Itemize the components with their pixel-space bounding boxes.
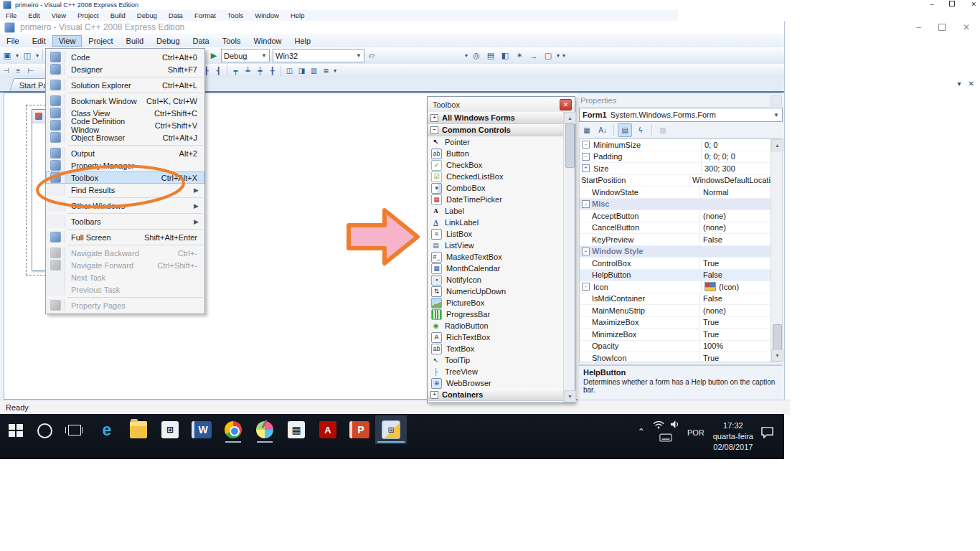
wifi-icon[interactable] <box>652 420 665 429</box>
toolbox-item-listbox[interactable]: ≡ListBox <box>428 228 564 240</box>
document-close-icon[interactable]: ✕ <box>969 80 974 88</box>
property-value[interactable]: True <box>700 330 771 339</box>
menu-item-property-pages[interactable]: Property Pages <box>46 299 204 311</box>
menu-item-previous-task[interactable]: Previous Task <box>46 283 204 296</box>
property-value[interactable]: (none) <box>700 212 771 220</box>
toolbox-item-pointer[interactable]: ↖Pointer <box>428 136 564 148</box>
toolbox-section-common-controls[interactable]: −Common Controls <box>428 124 564 136</box>
menu-item-code-definition-window[interactable]: Code Definition WindowCtrl+Shift+V <box>46 119 204 131</box>
menu-item-navigate-forward[interactable]: Navigate ForwardCtrl+Shift+- <box>46 259 204 271</box>
property-category-misc[interactable]: -Misc <box>580 199 771 211</box>
menu-project[interactable]: Project <box>82 35 119 47</box>
property-row-minimizebox[interactable]: MinimizeBoxTrue <box>580 329 771 341</box>
taskbar-icon-chrome[interactable] <box>217 415 249 444</box>
same-size-button[interactable]: ▥ <box>308 66 319 76</box>
menu-item-solution-explorer[interactable]: Solution ExplorerCtrl+Alt+L <box>46 79 204 91</box>
property-value[interactable]: False <box>700 294 771 303</box>
ide-maximize-button[interactable] <box>938 24 946 31</box>
properties-scroll-thumb[interactable] <box>773 324 782 350</box>
start-button[interactable] <box>9 424 23 437</box>
menu-item-object-browser[interactable]: Object BrowserCtrl+Alt+J <box>46 131 204 143</box>
toolbox-item-webbrowser[interactable]: ⊕WebBrowser <box>428 377 564 389</box>
toolbox-item-checkedlistbox[interactable]: ☑CheckedListBox <box>428 171 564 182</box>
taskbar-icon-visual-studio[interactable]: ⊞ <box>375 415 407 444</box>
selector-dropdown-icon[interactable]: ▼ <box>773 112 779 118</box>
properties-scrollbar[interactable]: ▲ ▼ <box>771 138 783 362</box>
row-expander-icon[interactable]: - <box>582 153 590 161</box>
property-row-padding[interactable]: -Padding0; 0; 0; 0 <box>580 151 771 164</box>
menu-item-designer[interactable]: DesignerShift+F7 <box>46 63 204 75</box>
menu-item-output[interactable]: OutputAlt+2 <box>46 147 204 159</box>
menu-item-toolbars[interactable]: Toolbars▶ <box>46 215 204 227</box>
debug-configuration-combo[interactable]: Debug▼ <box>221 49 270 62</box>
taskbar-icon-paint[interactable] <box>249 415 281 444</box>
document-dropdown-icon[interactable]: ▾ <box>958 80 961 88</box>
object-browser-button[interactable]: ◧ <box>499 50 512 62</box>
toolbar-overflow-icon[interactable]: ▾ <box>562 52 565 59</box>
toolbox-scroll-up-icon[interactable]: ▲ <box>564 112 576 124</box>
events-button[interactable]: ϟ <box>633 123 648 137</box>
property-value[interactable]: 300; 300 <box>702 164 771 173</box>
property-row-cancelbutton[interactable]: CancelButton(none) <box>580 222 771 235</box>
toolbox-item-picturebox[interactable]: ◦PictureBox <box>428 297 564 309</box>
outer-maximize-button[interactable] <box>949 1 955 8</box>
platform-dropdown-icon[interactable]: ▼ <box>356 52 362 59</box>
open-file-button[interactable]: ▱ <box>365 50 378 62</box>
property-row-controlbox[interactable]: ControlBoxTrue <box>580 258 771 270</box>
toolbox-scrollbar[interactable]: ▲ ▼ <box>563 112 575 402</box>
toolbox-item-monthcalendar[interactable]: ▦MonthCalendar <box>428 263 564 274</box>
start-debugging-button[interactable]: ▶ <box>207 50 220 62</box>
property-row-startposition[interactable]: StartPositionWindowsDefaultLocation <box>580 175 771 187</box>
menu-tools[interactable]: Tools <box>216 35 248 47</box>
window-button-dropdown-icon[interactable]: ▾ <box>557 52 560 59</box>
categorized-button[interactable]: ▦ <box>580 123 594 137</box>
property-value[interactable]: (Icon) <box>702 282 771 291</box>
outer-menu-file[interactable]: File <box>0 11 22 19</box>
property-row-opacity[interactable]: Opacity100% <box>580 341 771 353</box>
outer-menu-build[interactable]: Build <box>105 11 131 19</box>
platform-combo[interactable]: Win32▼ <box>273 49 364 62</box>
property-row-size[interactable]: +Size300; 300 <box>580 163 771 175</box>
row-expander-icon[interactable]: - <box>582 141 590 149</box>
property-category-window-style[interactable]: -Window Style <box>580 246 771 258</box>
property-value[interactable]: True <box>700 259 771 268</box>
toolbox-close-icon[interactable]: ✕ <box>560 99 572 110</box>
menu-item-find-results[interactable]: Find Results▶ <box>46 184 204 196</box>
section-expander-icon[interactable]: + <box>430 391 438 399</box>
menu-item-other-windows[interactable]: Other Windows▶ <box>46 199 204 212</box>
tray-chevron-icon[interactable]: ⌃ <box>638 427 645 437</box>
tab-order-button[interactable]: ≣ <box>321 66 331 76</box>
outer-menu-format[interactable]: Format <box>189 11 222 19</box>
menu-window[interactable]: Window <box>247 35 288 47</box>
toolbox-item-maskedtextbox[interactable]: #_MaskedTextBox <box>428 251 564 263</box>
toolbox-item-richtextbox[interactable]: ARichTextBox <box>428 331 564 343</box>
row-expander-icon[interactable]: - <box>582 248 590 255</box>
property-value[interactable]: False <box>700 270 771 279</box>
keyboard-input-icon[interactable] <box>659 433 672 442</box>
property-pages-button[interactable]: ▥ <box>656 123 670 137</box>
menu-edit[interactable]: Edit <box>26 35 52 47</box>
alphabetical-button[interactable]: A↓ <box>595 123 610 137</box>
property-row-icon[interactable]: -Icon(Icon) <box>580 281 771 293</box>
menu-item-property-manager[interactable]: Property Manager <box>46 159 204 171</box>
toolbox-button[interactable]: ✶ <box>513 50 526 62</box>
debug-configuration-dropdown-icon[interactable]: ▼ <box>261 52 267 59</box>
properties-menu-button[interactable] <box>771 95 782 106</box>
align-middles-button[interactable]: ╂ <box>267 66 278 76</box>
menu-data[interactable]: Data <box>187 35 216 47</box>
property-value[interactable]: 0; 0; 0; 0 <box>702 152 771 161</box>
list-button[interactable]: ≡ <box>13 66 24 76</box>
menu-build[interactable]: Build <box>120 35 150 47</box>
toolbox-item-linklabel[interactable]: ALinkLabel <box>428 217 564 228</box>
action-center-icon[interactable] <box>760 426 774 441</box>
menu-item-next-task[interactable]: Next Task <box>46 271 204 283</box>
align-bottoms-button[interactable]: ┷ <box>242 66 253 76</box>
cortana-button[interactable] <box>37 423 52 438</box>
toolbox-item-listview[interactable]: ▤ListView <box>428 240 564 251</box>
start-page-button[interactable]: → <box>527 50 540 62</box>
outer-menu-view[interactable]: View <box>46 11 72 19</box>
outer-close-button[interactable]: ✕ <box>971 1 976 8</box>
taskbar-icon-adobe-reader[interactable]: A <box>312 415 344 444</box>
new-project-button-dropdown-icon[interactable]: ▾ <box>16 52 19 59</box>
toolbox-item-datetimepicker[interactable]: ▦DateTimePicker <box>428 194 564 205</box>
